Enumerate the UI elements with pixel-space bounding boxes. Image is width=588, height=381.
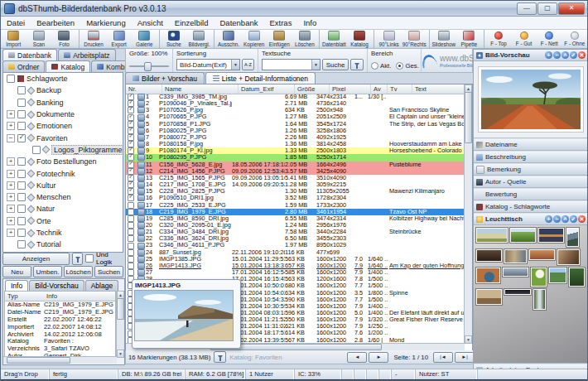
search-input[interactable]: ▼: [262, 59, 321, 70]
row-checkbox[interactable]: [128, 147, 134, 154]
row-checkbox[interactable]: [128, 209, 134, 215]
light-table-thumbnail[interactable]: [476, 289, 502, 305]
tree-expander-icon[interactable]: +: [7, 181, 15, 190]
row-checkbox[interactable]: [128, 215, 134, 222]
tree-action-button[interactable]: Suchen: [94, 266, 123, 277]
collapsed-section-header[interactable]: Katalog - Schlagworte: [474, 201, 588, 213]
toolbar-button[interactable]: Einfügen: [267, 30, 292, 48]
file-row[interactable]: 16 P1090510_DRI1.jpg 3.52 MB 1728x2304: [126, 195, 465, 201]
row-checkbox[interactable]: [128, 175, 134, 181]
row-checkbox[interactable]: [128, 121, 134, 128]
toolbar-button[interactable]: F - Gut: [511, 30, 537, 48]
toolbar-button[interactable]: F - Nett: [537, 30, 562, 48]
first-page-button[interactable]: |◄: [433, 352, 453, 363]
column-header[interactable]: Av: [371, 84, 388, 94]
tree-item-checkbox[interactable]: [17, 110, 26, 118]
apply-icon[interactable]: ✓: [570, 51, 577, 59]
view-tab[interactable]: Liste + Detail-Informationen: [205, 72, 316, 84]
file-row[interactable]: 23 C346_IMG_4611_P.JPG 1.97 MB 8950x1029: [126, 242, 465, 248]
tree-item-checkbox[interactable]: [17, 181, 26, 190]
info-col-info[interactable]: Info: [44, 292, 57, 301]
file-row[interactable]: 11 C156_IMG_5628_E.jpg 18.05.2006 17:18:…: [126, 162, 465, 168]
row-checkbox[interactable]: [128, 114, 134, 121]
expand-icon[interactable]: +: [545, 51, 552, 59]
column-header[interactable]: Tv: [388, 84, 412, 94]
file-row[interactable]: 25 IMGP1385.JPG 15.01.2004 11:29:51 563 …: [126, 256, 465, 263]
toolbar-button[interactable]: Pipette: [456, 30, 482, 48]
info-tab[interactable]: Info: [5, 280, 28, 291]
toolbar-button[interactable]: Kopieren: [241, 30, 267, 48]
file-row[interactable]: 22 C336_IMG_3624_DRI.jpg 6.50 MB 3455x23…: [126, 235, 465, 242]
file-row[interactable]: 20 C320_IMG_2095-01_E.jpg 1.24 MB 2956x1…: [126, 222, 465, 229]
row-checkbox[interactable]: [128, 100, 134, 107]
minimize-button[interactable]: —: [517, 2, 537, 15]
panel-tab[interactable]: Arbeitsplatz: [58, 49, 115, 60]
row-checkbox[interactable]: [128, 181, 134, 188]
file-row[interactable]: 2 P1090046_P_Vinales_Tal.jpg 2.71 MB 473…: [126, 100, 465, 107]
row-checkbox[interactable]: [128, 154, 134, 161]
toolbar-button[interactable]: Datenblatt: [319, 30, 347, 48]
tree-expander-icon[interactable]: +: [7, 122, 15, 130]
image-preview[interactable]: [474, 61, 588, 138]
next-page-button[interactable]: ►: [369, 352, 388, 363]
toolbar-button[interactable]: Ausschn.: [214, 30, 242, 48]
tree-item[interactable]: + Menschen: [3, 191, 123, 203]
toolbar-button[interactable]: Import: [1, 30, 27, 48]
view-tab[interactable]: Bilder + Vorschau: [125, 72, 205, 84]
file-row[interactable]: 10 P1080295_P.JPG 1.85 MB 5250x1714: [126, 154, 465, 161]
light-table-thumbnail[interactable]: [566, 228, 579, 247]
tree-item-checkbox[interactable]: [17, 205, 26, 213]
file-row[interactable]: 4 P1070665_P.JPG 1.27 MB 2051x2509 El Ca…: [126, 113, 465, 120]
collapsed-section-header[interactable]: Bemerkung: [474, 164, 588, 176]
tree-item[interactable]: Tutorial: [3, 239, 123, 250]
leuchttisch-section-header[interactable]: Leuchttisch + − ˄ ✓ ✕: [474, 214, 588, 225]
bereich-radio[interactable]: Akt.: [371, 62, 391, 70]
tree-expander-icon[interactable]: +: [7, 205, 15, 213]
light-table-thumbnail[interactable]: [549, 268, 566, 283]
tree-item-checkbox[interactable]: [17, 134, 26, 142]
last-page-button[interactable]: ►|: [455, 352, 475, 363]
toolbar-button[interactable]: Bildvergl.: [186, 30, 212, 48]
toolbar-button[interactable]: Suche: [159, 30, 187, 48]
file-row[interactable]: 9 P1080174_P_Kl.jpg 1.33 MB 2500x1803 Ho…: [126, 147, 465, 154]
light-table-thumbnail[interactable]: [476, 228, 508, 243]
row-checkbox[interactable]: [128, 168, 134, 175]
toolbar-button[interactable]: Katalog: [347, 30, 373, 48]
light-table-thumbnail[interactable]: [538, 228, 564, 243]
tree-item-checkbox[interactable]: [17, 122, 26, 130]
und-logik-checkbox[interactable]: [85, 254, 94, 263]
tree-item-checkbox[interactable]: [17, 217, 26, 225]
catalog-tab[interactable]: Katalog: [46, 60, 90, 72]
light-table-thumbnail[interactable]: [503, 268, 528, 277]
info-tab[interactable]: Bild-Vorschau: [29, 280, 84, 291]
row-checkbox[interactable]: [128, 188, 134, 195]
file-row[interactable]: 7 P1080072_P.JPG 2.26 MB 4092x1925: [126, 134, 465, 141]
info-vertical-scrollbar[interactable]: ▲ ▼: [116, 291, 124, 358]
size-slider[interactable]: [129, 62, 169, 70]
tree-item[interactable]: + Natur: [3, 203, 123, 215]
expand-icon[interactable]: +: [545, 215, 552, 223]
tree-expander-icon[interactable]: +: [7, 193, 15, 201]
tree-item-checkbox[interactable]: [17, 99, 26, 107]
collapsed-section-header[interactable]: Bewertung: [474, 189, 588, 200]
row-checkbox[interactable]: [128, 263, 134, 269]
toolbar-button[interactable]: 90°Links: [374, 30, 402, 48]
menu-item[interactable]: Info: [297, 17, 322, 29]
toolbar-button[interactable]: Foto: [51, 30, 77, 48]
file-row[interactable]: 19 C285_IMG_8590_DRI.jpg 6.55 MB 3474x23…: [126, 215, 465, 222]
light-table-thumbnail[interactable]: [476, 249, 502, 262]
file-row[interactable]: 8 P1080158_P.jpg 1.36 MB 3814x2458 Hoove…: [126, 141, 465, 147]
anzeigen-button[interactable]: Anzeigen: [2, 253, 70, 265]
menu-item[interactable]: Markierung: [80, 17, 132, 29]
file-row[interactable]: 27 17.01.2004 16:12:54 585 KB 1600x1200 …: [126, 269, 465, 276]
column-header[interactable]: Nr.: [126, 84, 162, 94]
tree-item-checkbox[interactable]: [17, 240, 26, 248]
light-table-thumbnail[interactable]: [569, 268, 585, 287]
light-table-thumbnail[interactable]: [531, 268, 547, 287]
maximize-button[interactable]: ▢: [537, 2, 557, 15]
light-table-thumbnail[interactable]: [557, 249, 580, 265]
file-row[interactable]: 5 P1070858_P1.JPG 1.64 MB 3545x1724 The …: [126, 121, 465, 128]
menu-item[interactable]: Ansicht: [132, 17, 169, 29]
file-row[interactable]: 24 887_Sunset.jpg 22.11.2006 19:10:26 11…: [126, 249, 465, 256]
close-section-icon[interactable]: ✕: [578, 51, 586, 59]
